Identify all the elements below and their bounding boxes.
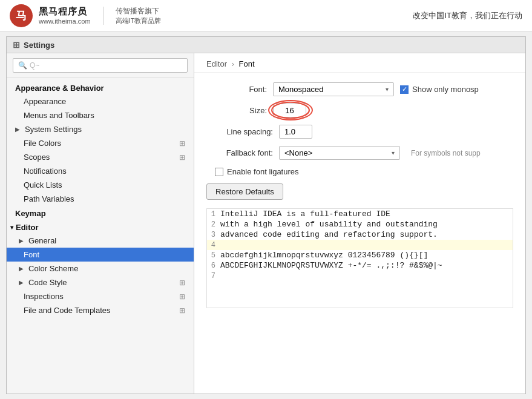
line-content-1: IntelliJ IDEA is a full-featured IDE bbox=[220, 209, 390, 219]
preview-line-7: 7 bbox=[207, 271, 513, 281]
line-spacing-label: Line spacing: bbox=[206, 127, 273, 136]
code-style-icon: ⊞ bbox=[179, 279, 185, 287]
sidebar-item-file-code-templates[interactable]: File and Code Templates⊞ bbox=[7, 303, 194, 317]
line-num-2: 2 bbox=[207, 220, 220, 229]
ligatures-checkbox[interactable] bbox=[215, 168, 223, 176]
font-row: Font: Monospaced ▾ ✓ Show only monosp bbox=[206, 82, 513, 96]
fallback-font-label: Fallback font: bbox=[206, 148, 273, 157]
line-num-3: 3 bbox=[207, 230, 220, 239]
show-only-label: Show only monosp bbox=[412, 85, 479, 94]
line-content-5: abcdefghijklmnopqrstuvwxyz 0123456789 ()… bbox=[220, 251, 428, 260]
sidebar-item-font[interactable]: Font bbox=[7, 248, 194, 262]
sidebar-item-file-colors[interactable]: File Colors⊞ bbox=[7, 136, 194, 150]
preview-line-4: 4 bbox=[207, 240, 513, 250]
nav-list: Appearance & Behavior Appearance Menus a… bbox=[7, 78, 194, 394]
main-panel: Editor › Font Font: Monospaced ▾ ✓ Show … bbox=[194, 53, 525, 394]
search-icon: 🔍 bbox=[18, 61, 27, 70]
arrow-icon: ▶ bbox=[15, 126, 20, 133]
settings-body: 🔍 Q~ Appearance & Behavior Appearance Me… bbox=[7, 53, 525, 394]
logo-area: 马 黑马程序员 www.itheima.com 传智播客旗下 高端IT教育品牌 bbox=[10, 4, 161, 27]
logo-icon: 马 bbox=[10, 4, 33, 27]
size-label: Size: bbox=[206, 106, 267, 115]
sidebar-item-quick-lists[interactable]: Quick Lists bbox=[7, 178, 194, 192]
line-content-6: ABCDEFGHIJKLMNOPQRSTUVWXYZ +-*/= .,;:!? … bbox=[220, 261, 442, 270]
size-input[interactable] bbox=[273, 104, 306, 117]
line-content-4 bbox=[220, 240, 225, 249]
line-spacing-input[interactable] bbox=[279, 125, 312, 139]
sidebar-item-color-scheme[interactable]: ▶Color Scheme bbox=[7, 262, 194, 275]
tagline: 改变中国IT教育，我们正在行动 bbox=[413, 10, 522, 21]
group-keymap: Keymap bbox=[7, 206, 194, 220]
size-row: Size: bbox=[206, 104, 513, 117]
line-content-7 bbox=[220, 271, 225, 280]
sidebar-item-inspections[interactable]: Inspections⊞ bbox=[7, 289, 194, 303]
fallback-font-note: For symbols not supp bbox=[411, 149, 481, 157]
search-box[interactable]: 🔍 Q~ bbox=[7, 53, 194, 78]
font-label: Font: bbox=[206, 85, 267, 94]
codestyle-arrow-icon: ▶ bbox=[19, 279, 24, 286]
sidebar-item-menus-toolbars[interactable]: Menus and Toolbars bbox=[7, 108, 194, 122]
file-colors-icon: ⊞ bbox=[179, 139, 185, 148]
restore-defaults-wrapper: Restore Defaults bbox=[206, 183, 513, 200]
sidebar-item-notifications[interactable]: Notifications bbox=[7, 164, 194, 178]
line-num-7: 7 bbox=[207, 271, 220, 280]
logo-sub: www.itheima.com bbox=[39, 18, 91, 25]
line-num-5: 5 bbox=[207, 251, 220, 260]
show-only-checkbox[interactable]: ✓ bbox=[400, 85, 409, 94]
inspections-icon: ⊞ bbox=[179, 292, 185, 301]
settings-icon: ⊞ bbox=[13, 40, 20, 50]
preview-area: 1 IntelliJ IDEA is a full-featured IDE 2… bbox=[206, 208, 513, 308]
breadcrumb-current: Font bbox=[239, 59, 255, 68]
sidebar-item-code-style[interactable]: ▶Code Style ⊞ bbox=[7, 275, 194, 289]
fallback-font-select[interactable]: <None> ▾ bbox=[279, 146, 400, 160]
preview-line-1: 1 IntelliJ IDEA is a full-featured IDE bbox=[207, 209, 513, 219]
settings-title: Settings bbox=[24, 41, 54, 50]
settings-window: ⊞ Settings 🔍 Q~ Appearance & Behavior Ap… bbox=[6, 36, 526, 394]
size-input-wrapper bbox=[273, 104, 306, 117]
colorscheme-arrow-icon: ▶ bbox=[19, 265, 24, 272]
font-dropdown-arrow: ▾ bbox=[386, 86, 389, 93]
top-banner: 马 黑马程序员 www.itheima.com 传智播客旗下 高端IT教育品牌 … bbox=[0, 0, 532, 31]
logo-main: 黑马程序员 bbox=[39, 6, 91, 18]
breadcrumb-sep: › bbox=[232, 59, 234, 68]
sidebar-item-scopes[interactable]: Scopes⊞ bbox=[7, 150, 194, 164]
fallback-font-value: <None> bbox=[284, 148, 312, 157]
ligatures-label: Enable font ligatures bbox=[227, 167, 299, 176]
fallback-font-row: Fallback font: <None> ▾ For symbols not … bbox=[206, 146, 513, 160]
line-num-6: 6 bbox=[207, 261, 220, 270]
breadcrumb: Editor › Font bbox=[194, 53, 525, 73]
line-content-2: with a high level of usability and outst… bbox=[220, 220, 438, 229]
search-placeholder: Q~ bbox=[30, 61, 39, 70]
sidebar-item-general[interactable]: ▶General bbox=[7, 234, 194, 248]
line-num-1: 1 bbox=[207, 209, 220, 219]
logo-brand: 传智播客旗下 高端IT教育品牌 bbox=[116, 6, 162, 25]
ligatures-row: Enable font ligatures bbox=[206, 167, 513, 176]
sidebar-item-path-variables[interactable]: Path Variables bbox=[7, 192, 194, 206]
show-only-row: ✓ Show only monosp bbox=[400, 85, 479, 94]
search-input[interactable]: 🔍 Q~ bbox=[13, 58, 188, 73]
preview-line-6: 6 ABCDEFGHIJKLMNOPQRSTUVWXYZ +-*/= .,;:!… bbox=[207, 260, 513, 271]
restore-defaults-button[interactable]: Restore Defaults bbox=[206, 183, 283, 200]
divider bbox=[103, 7, 103, 25]
editor-arrow-icon: ▾ bbox=[10, 224, 13, 231]
scopes-icon: ⊞ bbox=[179, 153, 185, 162]
general-arrow-icon: ▶ bbox=[19, 237, 24, 244]
line-num-4: 4 bbox=[207, 240, 220, 249]
breadcrumb-parent: Editor bbox=[206, 59, 227, 68]
line-spacing-row: Line spacing: bbox=[206, 125, 513, 139]
group-editor: ▾Editor bbox=[7, 220, 194, 234]
panel-content: Font: Monospaced ▾ ✓ Show only monosp Si… bbox=[194, 73, 525, 394]
preview-line-5: 5 abcdefghijklmnopqrstuvwxyz 0123456789 … bbox=[207, 250, 513, 260]
line-content-3: advanced code editing and refactoring su… bbox=[220, 230, 438, 239]
logo-text: 黑马程序员 www.itheima.com bbox=[39, 6, 91, 25]
group-appearance-behavior: Appearance & Behavior bbox=[7, 81, 194, 94]
fallback-font-arrow: ▾ bbox=[392, 150, 395, 156]
file-templates-icon: ⊞ bbox=[179, 306, 185, 315]
settings-titlebar: ⊞ Settings bbox=[7, 37, 525, 53]
sidebar-item-appearance[interactable]: Appearance bbox=[7, 94, 194, 108]
font-select[interactable]: Monospaced ▾ bbox=[273, 82, 394, 96]
preview-line-3: 3 advanced code editing and refactoring … bbox=[207, 229, 513, 240]
sidebar: 🔍 Q~ Appearance & Behavior Appearance Me… bbox=[7, 53, 194, 394]
sidebar-item-system-settings[interactable]: ▶System Settings bbox=[7, 122, 194, 136]
preview-line-2: 2 with a high level of usability and out… bbox=[207, 219, 513, 229]
